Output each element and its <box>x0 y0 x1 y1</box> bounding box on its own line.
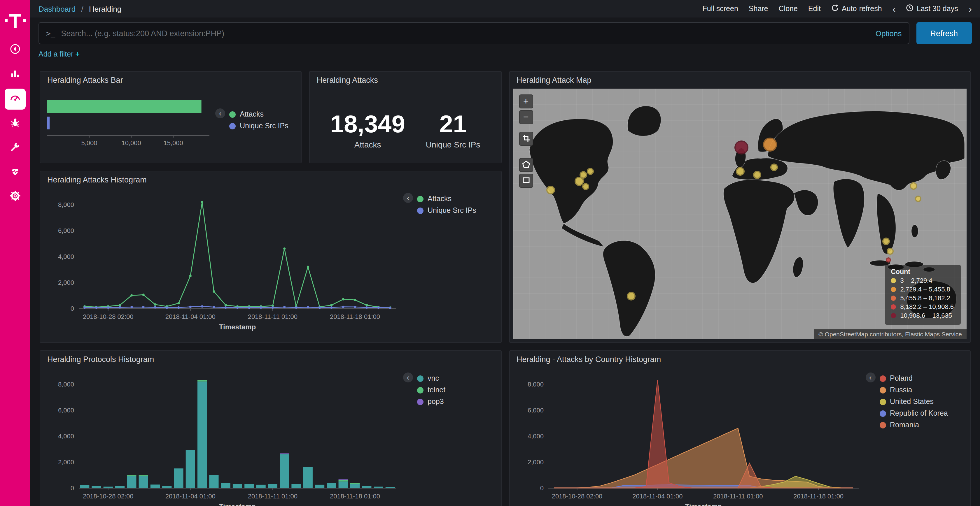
svg-text:10,000: 10,000 <box>121 139 141 147</box>
panel-attack-map: Heralding Attack Map <box>509 71 970 343</box>
legend-item[interactable]: Attacks <box>229 110 288 118</box>
svg-text:2018-11-11 01:00: 2018-11-11 01:00 <box>248 493 298 500</box>
attack-map-marker[interactable] <box>883 237 890 245</box>
sidebar-item-devtools[interactable] <box>5 138 25 159</box>
attack-map-marker[interactable] <box>886 258 891 263</box>
edit-button[interactable]: Edit <box>808 5 821 13</box>
clock-icon <box>906 4 914 13</box>
refresh-button[interactable]: Refresh <box>916 22 972 44</box>
legend-items: PolandRussiaUnited StatesRepublic of Kor… <box>880 373 948 431</box>
attack-map-marker[interactable] <box>736 167 745 176</box>
svg-text:Timestamp: Timestamp <box>685 503 722 506</box>
app-sidebar: T <box>0 0 30 506</box>
attack-map-marker[interactable] <box>734 141 748 154</box>
map-zoom-in-button[interactable]: + <box>519 94 533 108</box>
attack-map-marker[interactable] <box>546 186 555 194</box>
legend-item[interactable]: pop3 <box>417 398 445 406</box>
svg-text:2018-11-18 01:00: 2018-11-18 01:00 <box>330 493 380 500</box>
attack-map-marker[interactable] <box>587 168 593 174</box>
attack-map-marker[interactable] <box>763 137 777 151</box>
map-polygon-tool-button[interactable] <box>519 158 533 172</box>
attack-map-marker[interactable] <box>579 171 587 179</box>
map-legend-title: Count <box>891 268 954 275</box>
world-map[interactable]: + − Count 3 – 2,729.42,729.4 – 5,455.85,… <box>513 89 967 339</box>
attack-map-marker[interactable] <box>910 182 917 190</box>
svg-text:Timestamp: Timestamp <box>219 503 256 506</box>
sidebar-item-visualize[interactable] <box>5 64 25 85</box>
legend-toggle-icon[interactable]: ‹ <box>865 373 875 382</box>
legend-toggle-icon[interactable]: ‹ <box>403 193 413 203</box>
breadcrumb-dashboard-link[interactable]: Dashboard <box>38 5 76 13</box>
attack-map-marker[interactable] <box>753 171 761 179</box>
map-attribution[interactable]: © OpenStreetMap contributors, Elastic Ma… <box>814 329 967 339</box>
search-input[interactable] <box>61 29 870 38</box>
sidebar-item-alerting[interactable] <box>5 113 25 134</box>
panel-title: Heralding Attacks Bar <box>40 72 301 86</box>
svg-text:0: 0 <box>540 484 543 492</box>
panel-title: Heralding Attacks <box>310 72 501 86</box>
share-button[interactable]: Share <box>749 5 768 13</box>
options-link[interactable]: Options <box>876 29 902 38</box>
map-extent-tool-button[interactable] <box>519 132 533 146</box>
sidebar-item-discover[interactable] <box>5 40 25 60</box>
attack-map-marker[interactable] <box>887 248 894 255</box>
monitoring-heart-icon <box>10 165 21 179</box>
full-screen-button[interactable]: Full screen <box>703 5 738 13</box>
search-box: >_ Options <box>38 22 909 44</box>
rectangle-icon <box>522 176 530 186</box>
map-legend-label: 5,455.8 – 8,182.2 <box>900 294 950 301</box>
legend-toggle-icon[interactable]: ‹ <box>403 373 413 382</box>
metric-value: 18,349 <box>330 112 405 136</box>
legend-item[interactable]: United States <box>880 398 948 406</box>
svg-text:2018-11-04 01:00: 2018-11-04 01:00 <box>165 313 216 320</box>
legend-label: Unique Src IPs <box>240 122 288 130</box>
legend-items: AttacksUnique Src IPs <box>417 193 476 216</box>
map-zoom-out-button[interactable]: − <box>519 110 533 124</box>
legend-toggle-icon[interactable]: ‹ <box>215 108 225 118</box>
legend-item[interactable]: Unique Src IPs <box>417 206 476 214</box>
telekom-logo[interactable]: T <box>5 5 26 30</box>
legend-dot <box>880 387 886 393</box>
sidebar-item-dashboard[interactable] <box>5 89 25 109</box>
clone-button[interactable]: Clone <box>779 5 798 13</box>
legend-item[interactable]: Romania <box>880 421 948 429</box>
attack-map-marker[interactable] <box>582 183 589 190</box>
map-rectangle-tool-button[interactable] <box>519 174 533 188</box>
attack-map-marker[interactable] <box>770 163 778 171</box>
svg-text:15,000: 15,000 <box>163 139 183 147</box>
attack-map-marker[interactable] <box>627 292 635 300</box>
country-histogram-chart[interactable]: 02,0004,0006,0008,0002018-10-28 02:00201… <box>515 367 865 506</box>
legend-item[interactable]: Republic of Korea <box>880 409 948 417</box>
attack-map-marker[interactable] <box>915 195 921 202</box>
legend-item[interactable]: vnc <box>417 374 445 382</box>
svg-text:2018-11-11 01:00: 2018-11-11 01:00 <box>248 313 298 320</box>
svg-text:6,000: 6,000 <box>58 227 74 234</box>
legend-item[interactable]: Attacks <box>417 195 476 203</box>
sidebar-item-management[interactable] <box>5 187 25 208</box>
legend-dot <box>417 375 423 382</box>
legend-label: Romania <box>890 421 919 429</box>
svg-text:0: 0 <box>71 484 74 492</box>
map-legend-dot <box>891 313 896 318</box>
attacks-histogram-chart[interactable]: 02,0004,0006,0008,0002018-10-28 02:00201… <box>46 187 403 333</box>
panel-attacks-histogram: Heralding Attacks Histogram 02,0004,0006… <box>40 171 501 343</box>
add-filter-button[interactable]: Add a filter + <box>38 50 80 58</box>
protocols-histogram-chart[interactable]: 02,0004,0006,0008,0002018-10-28 02:00201… <box>46 367 403 506</box>
time-range-button[interactable]: Last 30 days <box>906 4 958 13</box>
legend-label: Poland <box>890 374 913 382</box>
legend-item[interactable]: Unique Src IPs <box>229 122 288 130</box>
svg-text:2018-11-18 01:00: 2018-11-18 01:00 <box>330 313 380 320</box>
svg-text:6,000: 6,000 <box>527 407 543 414</box>
time-back-button[interactable]: ‹ <box>892 4 896 14</box>
map-legend-dot <box>891 304 896 309</box>
map-legend: Count 3 – 2,729.42,729.4 – 5,455.85,455.… <box>885 265 961 325</box>
sidebar-item-monitoring[interactable] <box>5 162 25 183</box>
time-forward-button[interactable]: › <box>969 4 972 14</box>
attacks-bar-chart[interactable]: 5,00010,00015,000 <box>46 87 215 152</box>
auto-refresh-button[interactable]: Auto-refresh <box>831 4 882 13</box>
legend-item[interactable]: Russia <box>880 386 948 394</box>
panel-title: Heralding Protocols Histogram <box>40 351 501 365</box>
legend-dot <box>417 398 423 405</box>
legend-item[interactable]: telnet <box>417 386 445 394</box>
legend-item[interactable]: Poland <box>880 374 948 382</box>
